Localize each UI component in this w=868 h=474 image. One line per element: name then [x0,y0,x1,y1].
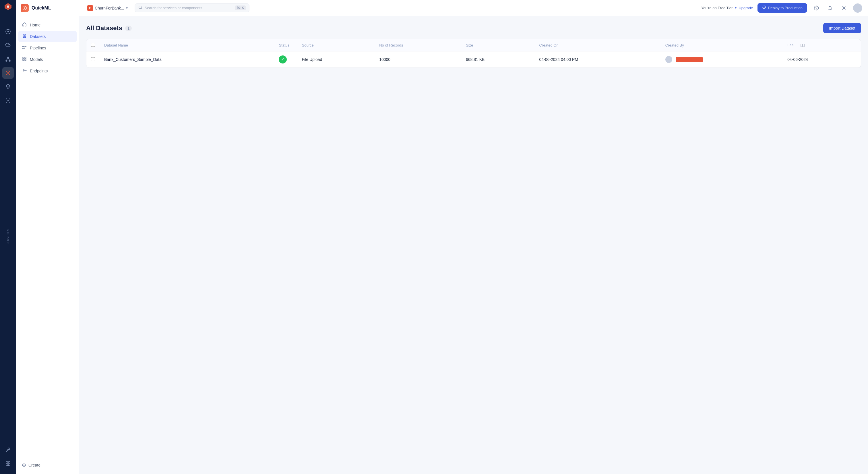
user-avatar[interactable] [853,3,862,12]
sidebar-item-models[interactable]: Models [19,54,76,65]
project-name: ChurnForBank... [95,6,124,10]
upgrade-icon: ✦ [734,6,737,10]
svg-point-33 [23,48,24,49]
col-created-by: Created By [661,39,783,52]
sidebar-item-endpoints-label: Endpoints [30,69,48,73]
svg-point-53 [816,9,817,9]
analytics-icon[interactable] [2,26,14,37]
col-actions-icon [800,43,805,47]
row-last-modified: 04-06-2024 [783,52,861,68]
import-dataset-button[interactable]: Import Dataset [823,23,861,33]
upgrade-link[interactable]: ✦ Upgrade [734,6,753,10]
svg-point-23 [8,448,10,450]
sidebar: QuickML Home Datasets [16,0,79,474]
sidebar-item-models-label: Models [30,57,43,62]
settings-button[interactable] [839,3,848,12]
svg-point-32 [26,46,26,47]
project-initial: C [87,5,93,11]
cloud-icon[interactable] [2,40,14,51]
tools-icon[interactable] [2,444,14,455]
svg-point-31 [24,46,25,47]
network-icon[interactable] [2,53,14,65]
upgrade-label: Upgrade [739,6,753,10]
services-label: Services [7,229,10,245]
row-source: File Upload [297,52,375,68]
search-placeholder: Search for services or components [145,6,233,10]
col-size: Size [461,39,534,52]
sidebar-item-home[interactable]: Home [19,20,76,30]
sidebar-item-pipelines[interactable]: Pipelines [19,42,76,53]
svg-line-8 [8,58,10,60]
search-bar[interactable]: Search for services or components ⌘+K [135,3,249,12]
main-content: All Datasets 1 Import Dataset Dataset Na… [79,16,868,474]
free-tier-text: You're on Free Tier [701,6,733,10]
svg-line-21 [6,100,8,102]
services-bottom-icons [2,444,14,474]
svg-point-34 [24,48,25,49]
topbar-right: You're on Free Tier ✦ Upgrade Deploy to … [701,3,862,12]
svg-line-49 [764,8,764,9]
svg-point-46 [26,70,27,71]
sidebar-item-datasets-label: Datasets [30,34,45,39]
notifications-button[interactable] [826,3,835,12]
datasets-table: Dataset Name Status Source No of Records [86,39,861,67]
svg-line-48 [141,8,142,9]
status-success-icon: ✓ [279,55,287,63]
project-selector[interactable]: C ChurnForBank... ▾ [85,4,130,12]
svg-line-11 [7,88,7,89]
svg-line-19 [6,99,8,100]
dataset-count-badge: 1 [125,26,132,31]
quickml-icon[interactable] [2,67,14,79]
created-by-cell: AnkeshYoroshi [665,56,778,63]
select-all-checkbox[interactable] [91,43,95,47]
col-records: No of Records [375,39,461,52]
create-button[interactable]: ⊕ Create [21,460,74,471]
grid-icon[interactable] [2,458,14,469]
creator-avatar [665,56,672,63]
table-body: Bank_Customers_Sample_Data ✓ File Upload… [86,52,861,68]
deploy-to-production-button[interactable]: Deploy to Production [757,3,807,12]
help-button[interactable] [812,3,821,12]
svg-point-51 [764,7,765,8]
quickml-logo-icon [21,4,29,12]
svg-rect-25 [8,462,10,463]
row-checkbox[interactable] [91,57,95,61]
svg-rect-42 [25,59,26,61]
svg-rect-40 [25,57,26,59]
main-wrapper: C ChurnForBank... ▾ Search for services … [79,0,868,474]
nodes-icon[interactable] [2,95,14,106]
row-created-on: 04-06-2024 04:00 PM [534,52,660,68]
sidebar-item-endpoints[interactable]: Endpoints [19,65,76,77]
svg-point-30 [23,46,24,47]
row-size: 668.81 KB [461,52,534,68]
topbar: C ChurnForBank... ▾ Search for services … [79,0,868,16]
deploy-rocket-icon [762,5,766,10]
svg-line-50 [765,8,765,9]
svg-line-20 [8,99,10,100]
svg-rect-26 [6,464,8,466]
col-dataset-name: Dataset Name [100,39,274,52]
row-status: ✓ [274,52,297,68]
sidebar-item-datasets[interactable]: Datasets [19,31,76,42]
svg-point-47 [138,6,141,9]
sidebar-footer: ⊕ Create [16,456,79,474]
svg-point-4 [7,57,9,58]
svg-rect-41 [23,59,24,61]
svg-rect-57 [803,44,804,47]
sidebar-title: QuickML [32,5,51,11]
page-title-row: All Datasets 1 [86,24,132,32]
rocket-icon[interactable] [2,81,14,92]
col-created-on: Created On [534,39,660,52]
row-dataset-name[interactable]: Bank_Customers_Sample_Data [100,52,274,68]
service-icons-list [2,26,14,106]
free-tier-badge: You're on Free Tier ✦ Upgrade [701,6,753,10]
row-checkbox-cell [86,52,100,68]
table-row: Bank_Customers_Sample_Data ✓ File Upload… [86,52,861,68]
project-dropdown-icon: ▾ [126,6,128,10]
pipelines-icon [22,45,27,51]
sidebar-item-home-label: Home [30,23,40,27]
sidebar-nav: Home Datasets [16,16,79,456]
page-header: All Datasets 1 Import Dataset [86,23,861,33]
svg-point-55 [843,7,845,9]
row-created-by: AnkeshYoroshi [661,52,783,68]
